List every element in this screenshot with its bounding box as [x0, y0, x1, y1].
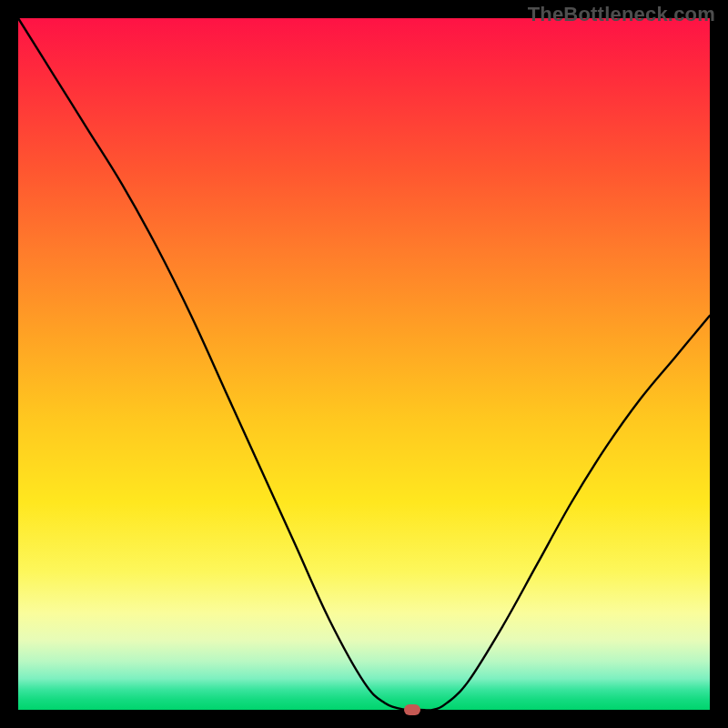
- optimal-point-marker: [404, 704, 420, 715]
- bottleneck-curve-svg: [18, 18, 710, 710]
- chart-frame: TheBottleneck.com: [0, 0, 728, 728]
- watermark-text: TheBottleneck.com: [528, 3, 715, 26]
- bottleneck-curve-path: [18, 18, 710, 711]
